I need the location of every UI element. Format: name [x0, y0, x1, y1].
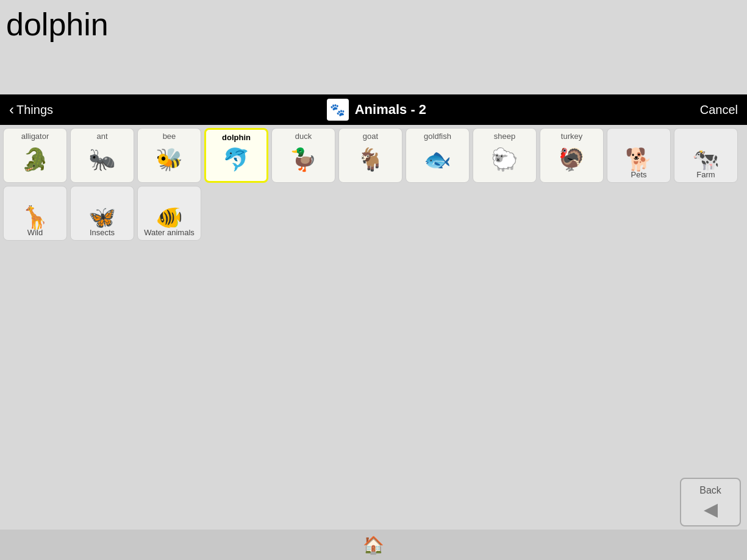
home-icon[interactable]: 🏠: [363, 535, 384, 555]
card-icon-insects: 🦋: [88, 205, 116, 230]
grid-item-water_animals[interactable]: Water animals🐠: [137, 186, 201, 241]
card-label-sheep: sheep: [473, 132, 536, 141]
nav-back-label: Things: [16, 103, 53, 117]
grid-item-duck[interactable]: duck🦆: [271, 128, 335, 183]
card-label-water_animals: Water animals: [138, 228, 201, 237]
nav-back-button[interactable]: ‹ Things: [9, 101, 53, 118]
card-label-pets: Pets: [607, 170, 670, 179]
card-label-wild: Wild: [4, 228, 66, 237]
nav-title-text: Animals - 2: [355, 102, 426, 118]
grid-item-dolphin[interactable]: dolphin🐬: [204, 128, 268, 183]
grid-item-turkey[interactable]: turkey🦃: [540, 128, 604, 183]
grid-item-ant[interactable]: ant🐜: [70, 128, 134, 183]
grid-item-insects[interactable]: Insects🦋: [70, 186, 134, 241]
card-label-farm: Farm: [674, 170, 737, 179]
grid-item-goat[interactable]: goat🐐: [338, 128, 402, 183]
card-icon-bee: 🐝: [155, 147, 183, 172]
card-icon-dolphin: 🐬: [223, 147, 250, 172]
grid-item-goldfish[interactable]: goldfish🐟: [406, 128, 470, 183]
card-label-insects: Insects: [71, 228, 134, 237]
card-icon-farm: 🐄: [692, 147, 720, 172]
nav-cancel-button[interactable]: Cancel: [700, 103, 738, 117]
card-label-turkey: turkey: [540, 132, 603, 141]
back-arrow-icon: ◀: [704, 498, 718, 520]
card-label-duck: duck: [272, 132, 335, 141]
card-label-bee: bee: [138, 132, 201, 141]
nav-title: 🐾 Animals - 2: [327, 99, 426, 121]
card-label-ant: ant: [71, 132, 134, 141]
bottom-bar: 🏠: [0, 530, 747, 560]
back-button-label: Back: [699, 485, 721, 496]
grid-area: alligator🐊ant🐜bee🐝dolphin🐬duck🦆goat🐐gold…: [0, 125, 747, 244]
card-icon-alligator: 🐊: [21, 147, 49, 172]
grid-item-bee[interactable]: bee🐝: [137, 128, 201, 183]
card-icon-turkey: 🦃: [558, 147, 585, 172]
grid-item-farm[interactable]: Farm🐄: [674, 128, 738, 183]
card-icon-goat: 🐐: [357, 147, 384, 172]
word-display: dolphin: [6, 6, 109, 43]
grid-item-wild[interactable]: Wild🦒: [3, 186, 67, 241]
nav-bar: ‹ Things 🐾 Animals - 2 Cancel: [0, 94, 747, 125]
back-chevron-icon: ‹: [9, 101, 14, 118]
card-icon-water_animals: 🐠: [155, 205, 183, 230]
card-label-goldfish: goldfish: [406, 132, 469, 141]
grid-item-pets[interactable]: Pets🐕: [607, 128, 671, 183]
card-icon-goldfish: 🐟: [424, 147, 451, 172]
card-icon-sheep: 🐑: [491, 147, 518, 172]
grid-item-sheep[interactable]: sheep🐑: [473, 128, 537, 183]
card-icon-ant: 🐜: [88, 147, 116, 172]
grid-item-alligator[interactable]: alligator🐊: [3, 128, 67, 183]
card-icon-duck: 🦆: [290, 147, 317, 172]
card-label-goat: goat: [339, 132, 402, 141]
card-icon-pets: 🐕: [625, 147, 652, 172]
nav-category-icon: 🐾: [327, 99, 349, 121]
card-icon-wild: 🦒: [21, 205, 49, 230]
back-button[interactable]: Back ◀: [680, 478, 741, 526]
card-label-dolphin: dolphin: [206, 133, 266, 142]
card-label-alligator: alligator: [4, 132, 66, 141]
